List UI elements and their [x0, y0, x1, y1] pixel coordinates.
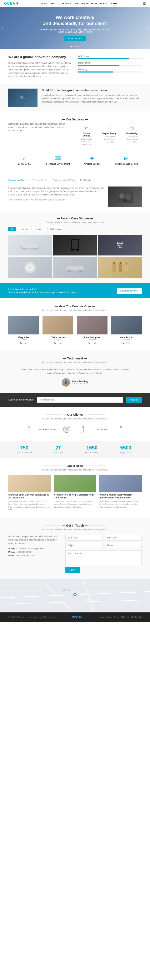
- testimonial-next-arrow[interactable]: ›: [132, 375, 133, 379]
- news-excerpt-2: Buttons lorem tempus, vestibulum ipsum v…: [99, 500, 142, 509]
- nav-contact[interactable]: CONTACT: [110, 2, 121, 5]
- hero-next-arrow[interactable]: ›: [147, 25, 148, 30]
- gplus-icon-3[interactable]: g+: [128, 342, 130, 344]
- twitter-icon-1[interactable]: 🐦: [54, 342, 56, 344]
- facebook-icon-3[interactable]: f: [126, 342, 127, 344]
- facebook-icon-0[interactable]: f: [24, 342, 24, 344]
- gplus-icon-2[interactable]: g+: [94, 342, 96, 344]
- menu-icon[interactable]: ☰: [143, 2, 146, 5]
- process-image: [109, 186, 142, 207]
- team-grid: Mary Allen CEO 🐦 f g+ Claire Hornet Desi…: [8, 316, 142, 344]
- nav-home[interactable]: HOME: [41, 2, 48, 5]
- filter-webdesign[interactable]: Web Design: [48, 227, 64, 231]
- case-item-2[interactable]: Liquid Study Place: [98, 235, 142, 256]
- nav-about[interactable]: ABOUT: [50, 2, 59, 5]
- svg-rect-26: [125, 264, 128, 271]
- services-title-wrap: — Our Services —: [8, 118, 142, 121]
- news-item-1[interactable]: A Planner Tool To Help Candidates Helps …: [54, 475, 96, 511]
- hero-subtext: Provides web development and professiona…: [40, 29, 110, 33]
- nav-service[interactable]: SERVICE: [61, 2, 72, 5]
- case-item-4[interactable]: [53, 257, 97, 278]
- hero-prev-arrow[interactable]: ‹: [2, 25, 3, 30]
- tab-final[interactable]: Final Product: [80, 179, 93, 183]
- hero-headline: We work creativly and dedicatedly for ou…: [40, 14, 110, 27]
- hero-dot-4[interactable]: [78, 46, 80, 47]
- twitter-icon-3[interactable]: 🐦: [122, 342, 125, 344]
- news-section: — Latest News — Buttons and donec dictum…: [0, 458, 150, 518]
- facebook-icon-2[interactable]: f: [92, 342, 93, 344]
- stat-number-3: 5500: [110, 445, 142, 451]
- newsletter-button[interactable]: subscribe: [126, 397, 142, 402]
- client-logo-1: John LUPPERSON: [40, 424, 56, 434]
- tab-planning[interactable]: Planning and Discuss: [8, 179, 28, 183]
- tab-creative[interactable]: Creative Process: [32, 179, 48, 183]
- testimonial-text: Lorem ipsum dolor sit amet tempus adipis…: [21, 368, 129, 375]
- filter-graphic[interactable]: Graphic: [18, 227, 30, 231]
- hero-content: We work creativly and dedicatedly for ou…: [40, 14, 110, 41]
- free-design-icon: ◇: [124, 125, 140, 130]
- footer-terms[interactable]: Terms of Service: [114, 616, 129, 618]
- stat-label-3: Happy Clients: [110, 452, 142, 453]
- nav-blog[interactable]: BLOG: [100, 2, 107, 5]
- news-item-0[interactable]: Grips Out Office Discover! Width Auto fi…: [8, 475, 51, 511]
- hero-dot-1[interactable]: [71, 46, 72, 47]
- nav-team[interactable]: TEAM: [91, 2, 97, 5]
- contact-message-input[interactable]: [65, 550, 142, 565]
- newsletter-input[interactable]: [37, 397, 123, 402]
- svg-rect-5: [123, 199, 127, 202]
- gplus-icon-1[interactable]: g+: [60, 342, 62, 344]
- nav-logo[interactable]: OCEAN: [4, 2, 18, 5]
- stat-1: 27 Awards Won: [42, 445, 74, 453]
- tab-development[interactable]: Development and Testing: [53, 179, 76, 183]
- contact-subject-input[interactable]: [65, 542, 102, 548]
- phone-value: +000 000 0000: [17, 551, 31, 553]
- contact-email-input[interactable]: [105, 535, 142, 541]
- filter-branding[interactable]: Branding: [32, 227, 46, 231]
- team-social-0: 🐦 f g+: [8, 342, 39, 344]
- contact-phone-input[interactable]: [105, 542, 142, 548]
- case-item-1[interactable]: [53, 235, 97, 256]
- contact-phone: Phone: +000 000 0000: [8, 551, 59, 553]
- address-value: Buttons lorem, tempus velit: [19, 547, 44, 550]
- case-item-3[interactable]: [8, 257, 52, 278]
- twitter-icon-0[interactable]: 🐦: [20, 342, 22, 344]
- footer-contact[interactable]: Contact Us: [131, 616, 142, 618]
- author-title: CEO, Great Group: [72, 383, 88, 385]
- svg-point-34: [83, 426, 84, 428]
- hero-dot-2[interactable]: [73, 46, 75, 47]
- stat-label-0: Projects Delivered: [8, 452, 40, 453]
- skill-development: Development: [78, 62, 142, 66]
- nav-portfolio[interactable]: PORTFOLIO: [74, 2, 88, 5]
- filter-all[interactable]: All: [8, 227, 16, 231]
- team-member-3: Mark Parker Manager 🐦 f g+: [111, 316, 142, 344]
- service-frontend: ⌨ Front End Development: [42, 153, 74, 169]
- contact-submit-button[interactable]: Send: [65, 567, 80, 573]
- custom-writing-icon: ✂: [79, 125, 94, 130]
- testimonial-author: 👤 Olivia Bending CEO, Great Group: [21, 378, 129, 387]
- news-title-wrap: — Latest News —: [8, 464, 142, 468]
- services-title: — Our Services —: [62, 118, 88, 121]
- svg-rect-28: [126, 262, 127, 265]
- case-item-0[interactable]: [8, 235, 52, 256]
- case-item-5[interactable]: [98, 257, 142, 278]
- cta-text: Fall in love with our works? Substantive…: [8, 287, 77, 294]
- contact-name-input[interactable]: [65, 535, 102, 541]
- cta-button[interactable]: Lets find a project: [117, 288, 142, 294]
- form-row-1: [65, 535, 142, 541]
- footer-privacy[interactable]: Privacy Policy: [99, 616, 112, 618]
- author-avatar: 👤: [62, 378, 70, 387]
- testimonial-prev-arrow[interactable]: ‹: [17, 375, 18, 379]
- author-info: Olivia Bending CEO, Great Group: [72, 380, 88, 385]
- hero-section: ‹ We work creativly and dedicatedly for …: [0, 7, 150, 49]
- skill-marketing: Marketing: [78, 68, 142, 73]
- hero-cta-button[interactable]: MORE PAGES: [64, 36, 86, 41]
- stat-label-2: Happy Customers: [76, 452, 108, 453]
- hero-dot-3[interactable]: [76, 46, 77, 47]
- gplus-icon-0[interactable]: g+: [26, 342, 28, 344]
- services-intro-text: Etiam erat dui, at. Duis congue as augue…: [8, 123, 73, 149]
- email-value: info@example.com: [16, 555, 34, 557]
- team-role-3: Manager: [111, 339, 142, 341]
- news-item-2[interactable]: What A Beautiful Creative Design Busines…: [99, 475, 142, 511]
- facebook-icon-1[interactable]: f: [58, 342, 58, 344]
- twitter-icon-2[interactable]: 🐦: [88, 342, 91, 344]
